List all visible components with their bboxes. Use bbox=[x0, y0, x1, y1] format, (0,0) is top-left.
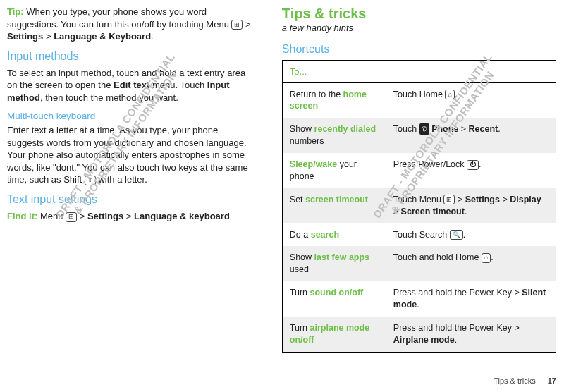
table-row: Do a searchTouch Search 🔍. bbox=[282, 223, 556, 247]
shortcut-method: Touch Menu ⊞ > Settings > Display > Scre… bbox=[386, 188, 556, 223]
shortcut-action: Show recently dialed numbers bbox=[282, 118, 386, 153]
page: Tip: When you type, your phone shows you… bbox=[0, 0, 576, 353]
table-row: Show last few apps usedTouch and hold Ho… bbox=[282, 246, 556, 281]
text-input-settings-heading: Text input settings bbox=[7, 193, 257, 206]
shortcuts-heading: Shortcuts bbox=[282, 43, 556, 56]
table-row: Turn airplane mode on/offPress and hold … bbox=[282, 317, 556, 352]
tip-paragraph: Tip: When you type, your phone shows you… bbox=[7, 6, 257, 43]
shortcut-action: Turn sound on/off bbox=[282, 281, 386, 317]
menu-icon: ⊞ bbox=[231, 20, 243, 30]
find-it-line: Find it: Menu ⊞ > Settings > Language & … bbox=[7, 210, 257, 223]
multi-touch-text: Enter text a letter at a time. As you ty… bbox=[7, 124, 257, 186]
left-column: Tip: When you type, your phone shows you… bbox=[7, 6, 257, 353]
input-methods-heading: Input methods bbox=[7, 50, 257, 63]
shortcut-method: Touch Search 🔍. bbox=[386, 223, 556, 247]
shortcut-method: Touch ✆ Phone > Recent. bbox=[386, 118, 556, 153]
shortcut-action: Show last few apps used bbox=[282, 246, 386, 281]
shortcut-method: Touch Home ⌂. bbox=[386, 82, 556, 118]
key-icon: ⏻ bbox=[467, 160, 479, 170]
shortcut-action: Do a search bbox=[282, 223, 386, 247]
shortcuts-table: To... Return to the home screenTouch Hom… bbox=[282, 60, 556, 353]
tips-title: Tips & tricks bbox=[282, 6, 556, 22]
table-row: Show recently dialed numbersTouch ✆ Phon… bbox=[282, 118, 556, 153]
shortcut-action: Return to the home screen bbox=[282, 82, 386, 118]
key-icon: ⌂ bbox=[445, 90, 454, 99]
right-column: Tips & tricks a few handy hints Shortcut… bbox=[282, 6, 556, 353]
key-icon: ⌂ bbox=[482, 253, 491, 263]
shortcut-action: Set screen timeout bbox=[282, 188, 386, 223]
phone-icon: ✆ bbox=[419, 123, 429, 135]
shortcut-action: Sleep/wake your phone bbox=[282, 153, 386, 188]
footer-section: Tips & tricks bbox=[494, 376, 536, 385]
table-header: To... bbox=[282, 60, 556, 82]
table-row: Turn sound on/offPress and hold the Powe… bbox=[282, 281, 556, 317]
table-row: Set screen timeoutTouch Menu ⊞ > Setting… bbox=[282, 188, 556, 223]
page-footer: Tips & tricks 17 bbox=[494, 376, 556, 385]
page-number: 17 bbox=[548, 376, 556, 385]
shift-icon: ⇧ bbox=[85, 176, 96, 185]
shortcut-action: Turn airplane mode on/off bbox=[282, 317, 386, 352]
shortcut-method: Press and hold the Power Key > Silent mo… bbox=[386, 281, 556, 317]
table-row: Return to the home screenTouch Home ⌂. bbox=[282, 82, 556, 118]
table-row: Sleep/wake your phonePress Power/Lock ⏻. bbox=[282, 153, 556, 188]
multi-touch-heading: Multi-touch keyboard bbox=[7, 111, 257, 121]
shortcut-method: Touch and hold Home ⌂. bbox=[386, 246, 556, 281]
input-methods-text: To select an input method, touch and hol… bbox=[7, 67, 257, 104]
shortcut-method: Press Power/Lock ⏻. bbox=[386, 153, 556, 188]
tips-subtitle: a few handy hints bbox=[282, 22, 556, 35]
find-it-label: Find it: bbox=[7, 211, 37, 221]
key-icon: 🔍 bbox=[450, 230, 463, 240]
shortcut-method: Press and hold the Power Key > Airplane … bbox=[386, 317, 556, 352]
tip-label: Tip: bbox=[7, 6, 24, 17]
menu-icon: ⊞ bbox=[66, 212, 77, 222]
key-icon: ⊞ bbox=[443, 195, 455, 204]
